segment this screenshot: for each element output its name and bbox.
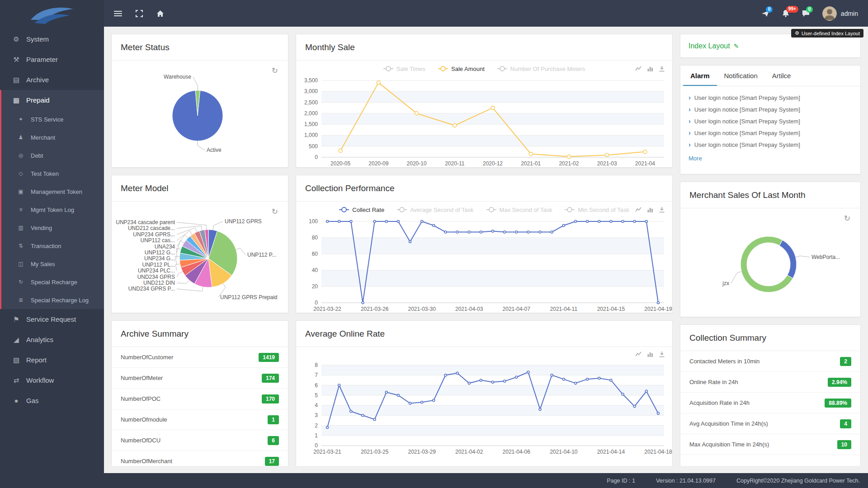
svg-text:2021-03: 2021-03 — [597, 160, 617, 167]
svg-text:2021-03-26: 2021-03-26 — [361, 306, 389, 312]
sidebar-item-sts-service[interactable]: ✦STS Service — [1, 110, 104, 128]
legend-item-sale-times[interactable]: Sale Times — [383, 66, 425, 72]
sidebar-item-archive[interactable]: ▤Archive — [0, 70, 104, 90]
sidebar-item-label: Debt — [31, 152, 43, 159]
download-icon[interactable] — [659, 351, 665, 357]
app-logo[interactable] — [0, 0, 104, 29]
pie-label: UND234 GPRS — [137, 274, 175, 280]
tab-alarm[interactable]: Alarm — [683, 66, 717, 86]
bell-icon[interactable]: 99+ — [782, 9, 789, 17]
pie-label: UNP234 cascade parent — [116, 220, 175, 225]
alarm-item[interactable]: ›User login notice [Smart Prepay System] — [689, 92, 852, 103]
user-menu[interactable]: admin — [822, 6, 858, 21]
legend-label: Min Second of Task — [578, 206, 629, 213]
footer-page-id: Page ID : 1 — [607, 478, 635, 484]
summary-label: Online Rate in 24h — [689, 379, 738, 385]
alarm-item[interactable]: ›User login notice [Smart Prepay System] — [689, 139, 852, 150]
sidebar-item-management-token[interactable]: ▣Management Token — [1, 183, 104, 201]
sidebar-item-analytics[interactable]: ◢Analytics — [0, 329, 104, 350]
svg-text:2021-04-02: 2021-04-02 — [455, 449, 483, 455]
refresh-icon[interactable]: ↻ — [272, 208, 278, 216]
refresh-icon[interactable]: ↻ — [844, 215, 850, 222]
svg-text:7: 7 — [315, 372, 318, 378]
sidebar-item-test-token[interactable]: ◇Test Token — [1, 164, 104, 183]
collection-performance-card: Collection Performance Collect RateAvera… — [296, 175, 673, 313]
chevron-right-icon: › — [689, 106, 691, 113]
spark-icon: ✦ — [16, 116, 25, 122]
summary-label: Avg Acquisition Time in 24h(s) — [689, 420, 768, 427]
svg-text:2021-04-19: 2021-04-19 — [644, 306, 672, 312]
legend-item-sale-amount[interactable]: Sale Amount — [438, 66, 485, 72]
legend-item-number-of-purchase-meters[interactable]: Number Of Purchase Meters — [497, 66, 585, 72]
more-link[interactable]: More — [689, 155, 702, 162]
sidebar-item-label: Transaction — [31, 243, 61, 249]
refresh-icon[interactable]: ↻ — [272, 67, 278, 75]
summary-value-badge: 174 — [262, 374, 279, 383]
download-icon[interactable] — [659, 206, 665, 213]
chevron-right-icon: › — [689, 94, 691, 101]
summary-row: NumberOfDCU6 — [112, 430, 288, 451]
sidebar-item-transaction[interactable]: ⇅Transaction — [1, 237, 104, 255]
sidebar-item-label: My Sales — [31, 261, 55, 267]
sidebar-item-vending[interactable]: ▥Vending — [1, 219, 104, 237]
svg-text:500: 500 — [309, 143, 318, 150]
alarm-item[interactable]: ›User login notice [Smart Prepay System] — [689, 103, 852, 115]
line-chart-icon[interactable] — [635, 351, 642, 357]
svg-text:0: 0 — [315, 154, 318, 160]
legend-label: Average Second of Task — [410, 206, 473, 213]
sidebar-item-workflow[interactable]: ⇄Workflow — [0, 370, 104, 390]
summary-row: NumberOfmodule1 — [112, 409, 288, 430]
sidebar-item-my-sales[interactable]: ◫My Sales — [1, 255, 104, 273]
alarm-item[interactable]: ›User login notice [Smart Prepay System] — [689, 115, 852, 127]
summary-label: NumberOfmodule — [121, 416, 167, 423]
sidebar-item-report[interactable]: ▧Report — [0, 350, 104, 370]
sidebar-item-special-recharge-log[interactable]: ≣Special Recharge Log — [1, 291, 104, 309]
svg-text:2020-05: 2020-05 — [330, 160, 350, 167]
sidebar-group-prepaid: ▦Prepaid✦STS Service♟Merchant◎Debt◇Test … — [0, 90, 104, 309]
sidebar-item-mgmt-token-log[interactable]: ≡Mgmt Token Log — [1, 201, 104, 219]
diamond-icon: ◇ — [16, 170, 25, 177]
line-chart-icon[interactable] — [635, 66, 642, 72]
sidebar-item-gas[interactable]: ●Gas — [0, 390, 104, 411]
menu-toggle-icon[interactable] — [114, 10, 122, 17]
svg-text:20: 20 — [312, 283, 318, 290]
home-icon[interactable] — [156, 10, 164, 17]
sidebar-item-prepaid[interactable]: ▦Prepaid — [1, 90, 104, 110]
sidebar-item-label: STS Service — [31, 116, 63, 123]
user-defined-layout-tag[interactable]: ⚙ User-defined Index Layout — [791, 29, 863, 38]
chat-icon[interactable]: 0 — [802, 10, 810, 17]
summary-value-badge: 4 — [840, 419, 851, 428]
sidebar-item-debt[interactable]: ◎Debt — [1, 146, 104, 164]
send-icon[interactable]: 0 — [762, 10, 769, 17]
alarm-tabs: AlarmNotificationArtilce — [680, 66, 860, 86]
archive-icon: ▤ — [12, 76, 21, 84]
svg-text:60: 60 — [312, 251, 318, 257]
summary-value-badge: 2.94% — [828, 378, 851, 387]
download-icon[interactable] — [659, 66, 665, 72]
bar-chart-icon[interactable] — [647, 66, 653, 72]
legend-item-min-second-of-task[interactable]: Min Second of Task — [565, 206, 629, 213]
sidebar-item-parameter[interactable]: ⚒Parameter — [0, 49, 104, 70]
sidebar-item-system[interactable]: ⚙System — [0, 29, 104, 49]
legend-item-collect-rate[interactable]: Collect Rate — [339, 206, 384, 213]
tab-artilce[interactable]: Artilce — [765, 66, 798, 86]
line-chart-icon[interactable] — [635, 206, 642, 213]
legend-item-average-second-of-task[interactable]: Average Second of Task — [397, 206, 473, 213]
edit-icon: ✎ — [734, 42, 739, 50]
index-layout-link[interactable]: Index Layout ✎ — [689, 42, 739, 50]
fullscreen-icon[interactable] — [136, 10, 143, 17]
legend-item-max-second-of-task[interactable]: Max Second of Task — [486, 206, 552, 213]
summary-row: Max Acquisition Time in 24h(s)10 — [680, 434, 860, 455]
gear-icon: ⚙ — [12, 35, 21, 43]
gear-icon: ⚙ — [795, 30, 799, 36]
svg-text:2020-09: 2020-09 — [368, 160, 388, 167]
sidebar-item-merchant[interactable]: ♟Merchant — [1, 128, 104, 146]
sidebar-item-service-request[interactable]: ⚑Service Request — [0, 309, 104, 329]
summary-row: NumberOfMeter174 — [112, 368, 288, 389]
tab-notification[interactable]: Notification — [717, 66, 765, 86]
sidebar-item-special-recharge[interactable]: ↻Special Recharge — [1, 273, 104, 291]
alarm-item[interactable]: ›User login notice [Smart Prepay System] — [689, 127, 852, 139]
bar-chart-icon[interactable] — [647, 206, 653, 213]
bar-chart-icon[interactable] — [647, 351, 653, 357]
svg-text:100: 100 — [309, 218, 318, 225]
